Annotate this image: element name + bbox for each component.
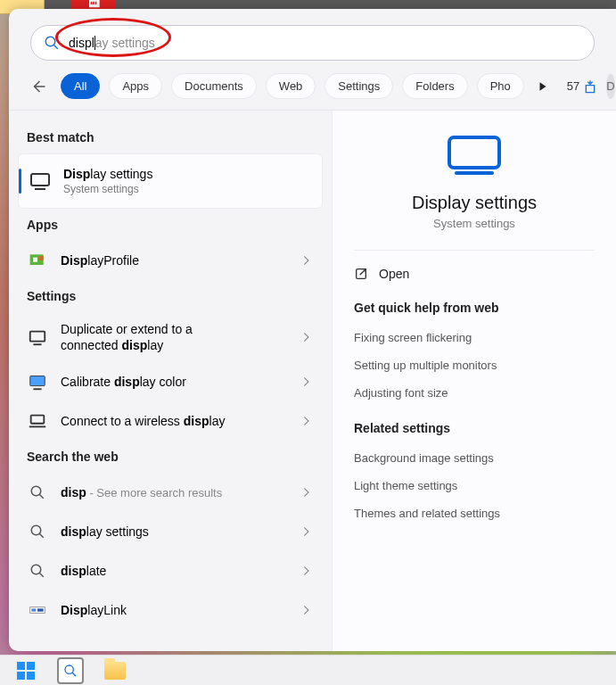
- taskbar-search-button[interactable]: [57, 657, 84, 684]
- app-result-displayprofile[interactable]: DisplayProfile: [18, 241, 323, 280]
- chevron-right-icon: [300, 331, 314, 343]
- svg-line-1: [53, 45, 58, 49]
- search-typed-text: displ: [69, 36, 94, 50]
- svg-line-13: [39, 495, 44, 499]
- displaylink-icon: [27, 599, 48, 621]
- quick-help-link[interactable]: Fixing screen flickering: [354, 324, 595, 351]
- tab-settings[interactable]: Settings: [324, 73, 393, 99]
- section-best-match: Best match: [18, 121, 323, 153]
- rewards-points[interactable]: 57: [567, 79, 597, 94]
- tab-photos[interactable]: Pho: [477, 73, 524, 99]
- search-icon: [27, 560, 48, 582]
- search-input[interactable]: display settings: [30, 25, 595, 61]
- svg-point-0: [45, 37, 55, 46]
- preview-title: Display settings: [412, 193, 537, 213]
- related-setting-link[interactable]: Themes and related settings: [354, 499, 595, 527]
- web-result-displaylink[interactable]: DisplayLink: [18, 590, 323, 630]
- tab-all[interactable]: All: [61, 73, 100, 99]
- svg-rect-2: [31, 174, 49, 186]
- svg-point-16: [31, 565, 41, 575]
- tab-apps[interactable]: Apps: [109, 73, 162, 99]
- search-panel: display settings All Apps Documents Web …: [9, 9, 616, 651]
- related-settings-label: Related settings: [354, 417, 595, 444]
- settings-result-duplicate-extend[interactable]: Duplicate or extend to aconnected displa…: [18, 312, 323, 362]
- more-tabs-button[interactable]: [537, 80, 549, 93]
- open-button[interactable]: Open: [354, 267, 595, 297]
- web-result-displate[interactable]: displate: [18, 551, 323, 590]
- chevron-right-icon: [300, 565, 314, 577]
- section-settings: Settings: [18, 280, 323, 312]
- chevron-right-icon: [300, 525, 314, 538]
- start-button[interactable]: [12, 657, 39, 684]
- laptop-icon: [27, 410, 48, 432]
- svg-point-24: [65, 665, 73, 673]
- related-setting-link[interactable]: Background image settings: [354, 444, 595, 472]
- chevron-right-icon: [300, 604, 314, 616]
- svg-point-14: [31, 526, 41, 536]
- search-ghost-text: ay settings: [95, 36, 155, 50]
- svg-rect-6: [39, 256, 44, 260]
- open-icon: [354, 267, 368, 281]
- quick-help-link[interactable]: Setting up multiple monitors: [354, 351, 595, 379]
- settings-result-calibrate-color[interactable]: Calibrate display color: [18, 362, 323, 401]
- svg-rect-19: [31, 609, 36, 612]
- related-setting-link[interactable]: Light theme settings: [354, 472, 595, 499]
- tab-documents[interactable]: Documents: [171, 73, 257, 99]
- svg-rect-21: [449, 137, 499, 168]
- settings-result-wireless-display[interactable]: Connect to a wireless display: [18, 401, 323, 441]
- chevron-right-icon: [300, 376, 314, 388]
- monitor-color-icon: [27, 371, 48, 392]
- back-button[interactable]: [30, 75, 46, 98]
- section-apps: Apps: [18, 209, 323, 241]
- svg-rect-9: [30, 376, 45, 386]
- monitor-icon: [27, 326, 48, 348]
- user-avatar[interactable]: D: [606, 74, 614, 99]
- taskbar-explorer-button[interactable]: [102, 657, 128, 684]
- web-result-disp[interactable]: disp - See more search results: [18, 473, 323, 512]
- best-match-subtitle: System settings: [63, 183, 152, 195]
- svg-line-25: [72, 673, 76, 676]
- monitor-icon: [29, 170, 51, 192]
- app-icon: [27, 250, 48, 271]
- best-match-result[interactable]: Display settings System settings: [18, 153, 323, 209]
- svg-rect-7: [30, 332, 45, 342]
- svg-rect-11: [31, 416, 45, 424]
- svg-line-15: [39, 534, 44, 539]
- search-icon: [44, 35, 60, 51]
- taskbar: [0, 655, 616, 685]
- svg-rect-5: [33, 258, 37, 262]
- chevron-right-icon: [300, 254, 314, 267]
- svg-line-17: [39, 574, 44, 578]
- web-result-display-settings[interactable]: display settings: [18, 512, 323, 551]
- best-match-title: Display settings: [63, 167, 152, 181]
- tab-folders[interactable]: Folders: [402, 73, 467, 99]
- chevron-right-icon: [300, 486, 314, 499]
- search-icon: [27, 482, 48, 503]
- section-search-web: Search the web: [18, 441, 323, 473]
- svg-rect-20: [37, 609, 44, 612]
- chevron-right-icon: [300, 415, 314, 427]
- search-icon: [27, 521, 48, 542]
- tab-web[interactable]: Web: [266, 73, 316, 99]
- preview-subtitle: System settings: [433, 217, 515, 230]
- quick-help-link[interactable]: Adjusting font size: [354, 379, 595, 407]
- monitor-icon: [448, 136, 501, 175]
- svg-point-12: [31, 487, 41, 497]
- quick-help-label: Get quick help from web: [354, 297, 595, 324]
